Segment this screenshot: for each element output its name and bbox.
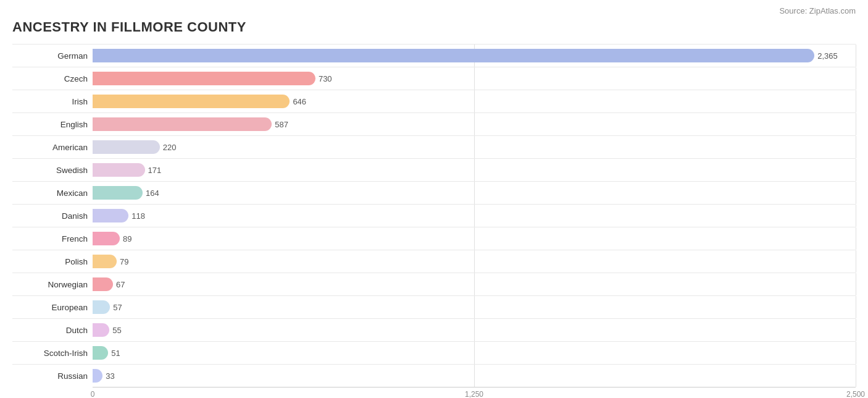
grid-line [856, 67, 856, 90]
bar-label: European [12, 303, 93, 312]
grid-line [856, 273, 856, 295]
bar-row: Polish79 [12, 250, 856, 273]
bar-label: Norwegian [12, 280, 93, 289]
x-tick-label: 2,500 [846, 390, 865, 398]
bar-track: 51 [93, 342, 856, 364]
grid-line [856, 342, 856, 364]
bar-value-label: 33 [106, 371, 114, 381]
x-tick-label: 0 [91, 390, 95, 398]
bar-label: Swedish [12, 166, 93, 175]
bar-row: Scotch-Irish51 [12, 341, 856, 364]
bar-track: 646 [93, 90, 856, 112]
bar-label: Danish [12, 211, 93, 221]
bar-label: Irish [12, 97, 93, 106]
chart-title: ANCESTRY IN FILLMORE COUNTY [12, 19, 856, 35]
bar-value-label: 51 [111, 349, 120, 358]
bar-row: Danish118 [12, 204, 856, 227]
grid-line [474, 250, 475, 273]
grid-line [856, 44, 856, 67]
bar-value-label: 79 [120, 257, 128, 266]
bar-segment: 79 [93, 255, 117, 268]
bar-value-label: 730 [319, 74, 332, 83]
bar-row: Dutch55 [12, 318, 856, 341]
bar-label: Mexican [12, 188, 93, 198]
bars-container: German2,365Czech730Irish646English587Ame… [12, 44, 856, 387]
bar-track: 164 [93, 182, 856, 204]
bar-segment: 33 [93, 369, 102, 383]
grid-line [856, 90, 856, 112]
bar-label: Polish [12, 257, 93, 266]
bar-label: American [12, 143, 93, 152]
bar-segment: 118 [93, 209, 128, 222]
bar-row: European57 [12, 295, 856, 318]
bar-value-label: 587 [275, 120, 288, 129]
x-tick-label: 1,250 [465, 390, 483, 398]
grid-line [856, 182, 856, 204]
bar-label: Czech [12, 74, 93, 83]
grid-line [856, 159, 856, 181]
bar-row: French89 [12, 227, 856, 250]
bar-segment: 57 [93, 300, 110, 314]
grid-line [474, 365, 475, 387]
grid-line [474, 182, 475, 204]
grid-line [856, 319, 856, 341]
bar-track: 730 [93, 67, 856, 90]
bar-segment: 171 [93, 163, 145, 177]
source-label: Source: ZipAtlas.com [12, 6, 856, 15]
chart-area: German2,365Czech730Irish646English587Ame… [12, 44, 856, 398]
bar-segment: 67 [93, 277, 113, 291]
grid-line [474, 296, 475, 318]
bar-row: English587 [12, 112, 856, 135]
bar-segment: 220 [93, 140, 160, 154]
grid-line [856, 365, 856, 387]
grid-line [856, 113, 856, 135]
grid-line [856, 227, 856, 250]
grid-line [474, 319, 475, 341]
bar-segment: 587 [93, 117, 272, 131]
bar-value-label: 67 [116, 280, 125, 289]
bar-segment: 51 [93, 346, 108, 360]
bar-label: German [12, 51, 93, 61]
bar-track: 2,365 [93, 44, 856, 67]
bar-track: 79 [93, 250, 856, 273]
bar-row: Russian33 [12, 364, 856, 387]
bar-row: American220 [12, 135, 856, 158]
bar-track: 118 [93, 205, 856, 227]
bar-label: Russian [12, 371, 93, 381]
x-axis: 01,2502,500 [93, 387, 856, 398]
grid-line [474, 273, 475, 295]
grid-line [474, 90, 475, 112]
bar-value-label: 118 [131, 211, 145, 221]
bar-value-label: 646 [293, 97, 306, 106]
bar-row: Czech730 [12, 67, 856, 90]
bar-value-label: 57 [113, 303, 122, 312]
bar-track: 587 [93, 113, 856, 135]
bar-track: 89 [93, 227, 856, 250]
bar-segment: 646 [93, 95, 290, 108]
bar-segment: 730 [93, 72, 315, 85]
bar-row: Irish646 [12, 90, 856, 112]
bar-track: 55 [93, 319, 856, 341]
bar-segment: 55 [93, 323, 109, 337]
bar-segment: 2,365 [93, 49, 814, 62]
bar-value-label: 164 [146, 188, 159, 198]
grid-line [474, 136, 475, 158]
bar-track: 220 [93, 136, 856, 158]
bar-segment: 164 [93, 186, 143, 200]
bar-value-label: 2,365 [817, 51, 838, 61]
bar-track: 33 [93, 365, 856, 387]
bar-label: French [12, 234, 93, 243]
bar-value-label: 171 [148, 166, 162, 175]
bar-segment: 89 [93, 232, 120, 245]
bar-row: Norwegian67 [12, 273, 856, 295]
bar-label: Scotch-Irish [12, 349, 93, 358]
grid-line [856, 136, 856, 158]
bar-track: 57 [93, 296, 856, 318]
grid-line [474, 67, 475, 90]
grid-line [856, 296, 856, 318]
grid-line [474, 159, 475, 181]
bar-value-label: 220 [163, 143, 177, 152]
grid-line [474, 342, 475, 364]
bar-row: German2,365 [12, 44, 856, 67]
grid-line [474, 205, 475, 227]
